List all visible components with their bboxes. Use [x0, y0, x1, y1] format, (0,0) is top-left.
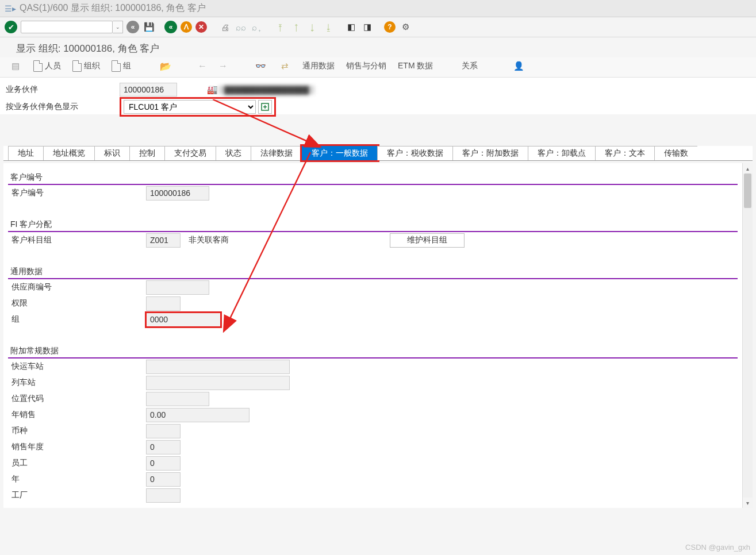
find-icon[interactable]: ⌕⌕ [235, 21, 247, 33]
acct-group-label: 客户科目组 [8, 235, 146, 245]
annual-sales-value: 0.00 [146, 408, 250, 422]
enter-button[interactable]: ✔ [5, 21, 17, 33]
supplier-no-label: 供应商编号 [8, 282, 146, 292]
plant-label: 工厂 [8, 490, 146, 500]
group-customer-number: 客户编号 客户编号 100000186 [8, 171, 738, 201]
tab-customer-general[interactable]: 客户：一般数据 [302, 146, 378, 160]
tab-control[interactable]: 控制 [129, 146, 165, 160]
cust-no-label: 客户编号 [8, 188, 146, 198]
location-value [146, 392, 209, 406]
user-overview-icon[interactable]: 👤 [512, 60, 525, 72]
group-header: 客户编号 [8, 171, 738, 185]
new-session-icon[interactable]: ◧ [345, 21, 358, 33]
nav-back-icon[interactable]: « [164, 21, 177, 33]
customize-icon[interactable]: ⚙ [399, 21, 412, 33]
arrow-right-icon[interactable]: → [218, 61, 228, 71]
expand-icon [261, 103, 269, 111]
sales-year-value: 0 [146, 440, 181, 454]
nav-exit-icon[interactable]: ꓥ [181, 21, 192, 33]
tab-customer-text[interactable]: 客户：文本 [595, 146, 655, 160]
tab-payment[interactable]: 支付交易 [164, 146, 216, 160]
location-label: 位置代码 [8, 394, 146, 404]
glasses-icon[interactable]: 👓 [254, 60, 267, 72]
tab-customer-additional[interactable]: 客户：附加数据 [452, 146, 528, 160]
first-page-icon[interactable]: ⭱ [274, 21, 286, 33]
content-main: 客户编号 客户编号 100000186 FI 客户分配 客户科目组 Z001 非… [3, 163, 742, 508]
acct-group-value: Z001 [146, 233, 181, 248]
tab-customer-unloading[interactable]: 客户：卸载点 [528, 146, 596, 160]
relationships-button[interactable]: 关系 [462, 61, 478, 71]
next-page-icon[interactable]: ⭣ [306, 21, 318, 33]
back-double-icon[interactable]: « [126, 21, 139, 33]
print-icon[interactable]: 🖨 [218, 21, 231, 33]
tab-status[interactable]: 状态 [216, 146, 251, 160]
role-label: 按业务伙伴角色显示 [5, 102, 120, 112]
bp-label: 业务伙伴 [5, 84, 120, 95]
tabstrip: 地址 地址概览 标识 控制 支付交易 状态 法律数据 客户：一般数据 客户：税收… [3, 146, 753, 161]
year-label: 年 [8, 474, 146, 484]
document-icon [72, 60, 82, 72]
plant-value [146, 488, 181, 503]
vertical-scrollbar[interactable]: ▴ ▾ [742, 163, 753, 508]
org-button[interactable]: 组织 [72, 60, 100, 72]
tab-address[interactable]: 地址 [8, 146, 44, 160]
tab-legal[interactable]: 法律数据 [251, 146, 302, 160]
window-titlebar: ☰▸ QAS(1)/600 显示 组织: 100000186, 角色 客户 [0, 0, 756, 17]
general-data-button[interactable]: 通用数据 [302, 61, 335, 71]
sales-button[interactable]: 销售与分销 [346, 61, 386, 71]
shortcut-icon[interactable]: ◨ [361, 21, 374, 33]
group-fi-assignment: FI 客户分配 客户科目组 Z001 非关联客商 维护科目组 [8, 218, 738, 248]
year-value: 0 [146, 472, 181, 487]
group-button[interactable]: 组 [112, 60, 131, 72]
help-icon[interactable]: ? [384, 21, 396, 33]
acct-group-text: 非关联客商 [189, 235, 229, 245]
tab-customer-tax[interactable]: 客户：税收数据 [377, 146, 453, 160]
header-area: 业务伙伴 100000186 🏭 ████████████████ 按业务伙伴角… [0, 78, 756, 114]
switch-icon[interactable]: ⇄ [278, 60, 291, 72]
sales-year-label: 销售年度 [8, 442, 146, 452]
sap-menu-icon[interactable]: ☰▸ [5, 4, 16, 13]
group-additional-general: 附加常规数据 快运车站 列车站 位置代码 年销售0.00 币种 销售年度0 员工… [8, 345, 738, 503]
page-title: 显示 组织: 100000186, 角色 客户 [0, 37, 756, 57]
cust-no-value: 100000186 [146, 186, 209, 201]
layout-icon[interactable]: ▤ [9, 60, 22, 72]
tab-identification[interactable]: 标识 [94, 146, 130, 160]
group-general-data: 通用数据 供应商编号 权限 组 0000 [8, 265, 738, 327]
content-area: 客户编号 客户编号 100000186 FI 客户分配 客户科目组 Z001 非… [3, 163, 753, 508]
scroll-down-icon[interactable]: ▾ [743, 498, 753, 508]
train-value [146, 376, 290, 390]
auth-value [146, 296, 181, 311]
group-header: FI 客户分配 [8, 218, 738, 232]
role-switch-button[interactable] [258, 100, 272, 114]
scroll-up-icon[interactable]: ▴ [743, 163, 753, 174]
open-folder-icon[interactable]: 📂 [160, 61, 171, 72]
person-button[interactable]: 人员 [33, 60, 61, 72]
save-icon[interactable]: 💾 [143, 21, 155, 33]
group-header: 附加常规数据 [8, 345, 738, 359]
find-next-icon[interactable]: ⌕₊ [251, 21, 263, 33]
arrow-left-icon[interactable]: ← [198, 61, 207, 71]
group-field-value: 0000 [146, 313, 221, 327]
nav-cancel-icon[interactable]: ✕ [195, 21, 207, 33]
tab-transport[interactable]: 传输数 [654, 146, 697, 160]
app-toolbar: ▤ 人员 组织 组 📂 ← → 👓 ⇄ 通用数据 销售与分销 ETM 数据 关系… [0, 57, 756, 78]
supplier-no-value [146, 280, 209, 295]
express-label: 快运车站 [8, 361, 146, 372]
bp-value: 100000186 [120, 83, 177, 97]
role-select[interactable]: FLCU01 客户 [124, 100, 256, 114]
maintain-acct-group-button[interactable]: 维护科目组 [390, 233, 465, 248]
currency-label: 币种 [8, 426, 146, 436]
tabstrip-wrap: 地址 地址概览 标识 控制 支付交易 状态 法律数据 客户：一般数据 客户：税收… [0, 146, 756, 161]
command-dropdown[interactable]: ⌄ [113, 21, 123, 33]
train-label: 列车站 [8, 377, 146, 388]
last-page-icon[interactable]: ⭳ [322, 21, 335, 33]
express-value [146, 360, 290, 374]
tab-address-overview[interactable]: 地址概览 [43, 146, 95, 160]
window-title: QAS(1)/600 显示 组织: 100000186, 角色 客户 [20, 2, 206, 14]
employee-value: 0 [146, 456, 181, 471]
etm-button[interactable]: ETM 数据 [398, 61, 433, 71]
scroll-thumb[interactable] [744, 174, 751, 208]
command-field[interactable] [21, 21, 113, 33]
scroll-track[interactable] [743, 174, 753, 498]
prev-page-icon[interactable]: ⭡ [290, 21, 302, 33]
